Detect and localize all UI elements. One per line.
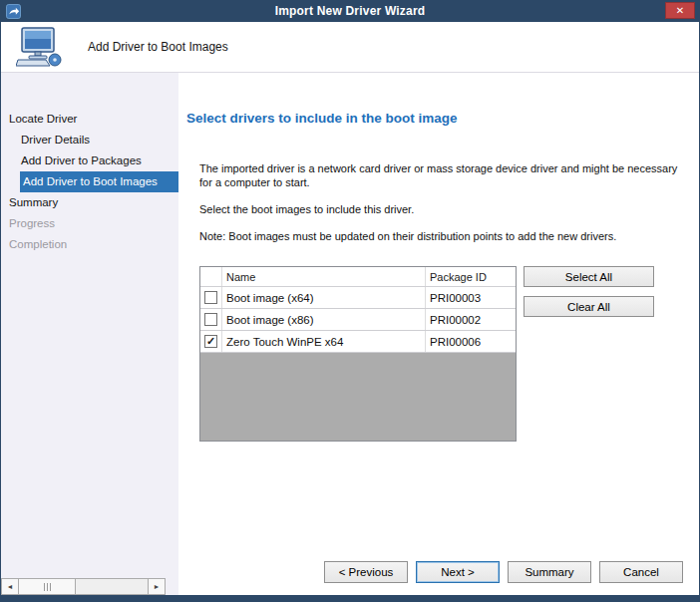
nav-item-driver-details[interactable]: Driver Details bbox=[1, 130, 178, 150]
boot-image-list-area: Name Package ID Boot image (x64) PRI0000… bbox=[199, 266, 699, 442]
boot-image-list: Name Package ID Boot image (x64) PRI0000… bbox=[199, 266, 517, 442]
footer-buttons: < Previous Next > Summary Cancel bbox=[324, 561, 683, 583]
scroll-left-icon: ◄ bbox=[7, 583, 14, 590]
checkbox-cell: ✓ bbox=[200, 331, 222, 352]
checkbox[interactable] bbox=[204, 291, 217, 304]
wizard-icon bbox=[6, 4, 21, 19]
column-header-package-id[interactable]: Package ID bbox=[426, 267, 516, 286]
checkbox-cell bbox=[200, 287, 222, 308]
wizard-window: Import New Driver Wizard ✕ Add Driver to… bbox=[0, 0, 700, 602]
select-all-button[interactable]: Select All bbox=[524, 266, 654, 287]
row-name: Boot image (x64) bbox=[222, 287, 426, 308]
scrollbar-grip-icon bbox=[47, 583, 48, 591]
nav-item-locate-driver[interactable]: Locate Driver bbox=[1, 109, 178, 130]
checkbox-cell bbox=[200, 309, 222, 330]
row-name: Boot image (x86) bbox=[222, 309, 426, 330]
nav-item-progress: Progress bbox=[1, 213, 178, 234]
instruction-text: Select the boot images to include this d… bbox=[199, 202, 680, 216]
titlebar: Import New Driver Wizard ✕ bbox=[1, 0, 699, 22]
scrollbar-thumb[interactable] bbox=[19, 579, 76, 594]
summary-button[interactable]: Summary bbox=[508, 561, 591, 583]
list-action-buttons: Select All Clear All bbox=[524, 266, 654, 317]
window-title: Import New Driver Wizard bbox=[1, 4, 699, 18]
previous-button[interactable]: < Previous bbox=[324, 561, 408, 583]
section-heading: Select drivers to include in the boot im… bbox=[186, 111, 699, 126]
scroll-right-icon: ► bbox=[154, 583, 161, 590]
column-header-name[interactable]: Name bbox=[222, 267, 426, 286]
computer-icon bbox=[16, 27, 62, 67]
row-package-id: PRI00003 bbox=[426, 287, 516, 308]
list-empty-area bbox=[200, 353, 516, 441]
nav-item-summary[interactable]: Summary bbox=[1, 192, 178, 213]
cancel-button[interactable]: Cancel bbox=[599, 561, 683, 583]
scrollbar-track[interactable] bbox=[76, 579, 148, 594]
close-button[interactable]: ✕ bbox=[665, 2, 695, 19]
nav-item-add-driver-to-packages[interactable]: Add Driver to Packages bbox=[1, 150, 178, 171]
wizard-header: Add Driver to Boot Images bbox=[1, 22, 699, 73]
wizard-body: Locate Driver Driver Details Add Driver … bbox=[1, 73, 699, 595]
horizontal-scrollbar: ◄ ► bbox=[1, 578, 166, 595]
row-package-id: PRI00002 bbox=[426, 309, 516, 330]
nav-item-completion: Completion bbox=[1, 234, 178, 255]
row-name: Zero Touch WinPE x64 bbox=[222, 331, 426, 352]
page-title: Add Driver to Boot Images bbox=[88, 40, 228, 54]
header-checkbox-column bbox=[200, 267, 222, 286]
note-text: Note: Boot images must be updated on the… bbox=[199, 229, 680, 243]
scroll-right-button[interactable]: ► bbox=[148, 579, 165, 594]
table-row[interactable]: ✓ Zero Touch WinPE x64 PRI00006 bbox=[200, 331, 516, 353]
scrollbar-grip-icon bbox=[50, 583, 51, 591]
wizard-page: Select drivers to include in the boot im… bbox=[178, 73, 699, 595]
list-header: Name Package ID bbox=[200, 267, 516, 287]
clear-all-button[interactable]: Clear All bbox=[524, 296, 654, 317]
wizard-nav: Locate Driver Driver Details Add Driver … bbox=[1, 73, 178, 595]
table-row[interactable]: Boot image (x86) PRI00002 bbox=[200, 309, 516, 331]
nav-item-add-driver-to-boot-images[interactable]: Add Driver to Boot Images bbox=[20, 171, 178, 192]
scroll-left-button[interactable]: ◄ bbox=[2, 579, 19, 594]
intro-text: The imported driver is a network card dr… bbox=[199, 161, 680, 189]
row-package-id: PRI00006 bbox=[426, 331, 516, 352]
page-text: The imported driver is a network card dr… bbox=[199, 161, 680, 243]
close-icon: ✕ bbox=[676, 5, 684, 16]
table-row[interactable]: Boot image (x64) PRI00003 bbox=[200, 287, 516, 309]
scrollbar-grip-icon bbox=[44, 583, 45, 591]
checkbox[interactable] bbox=[204, 313, 217, 326]
checkbox[interactable]: ✓ bbox=[204, 335, 217, 348]
next-button[interactable]: Next > bbox=[416, 561, 500, 583]
